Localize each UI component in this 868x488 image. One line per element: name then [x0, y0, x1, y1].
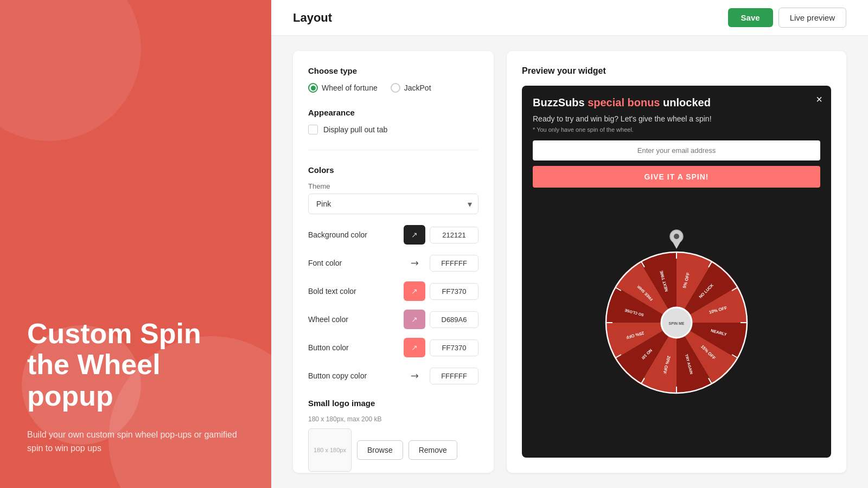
widget-headline-normal: BuzzSubs [533, 97, 588, 108]
widget-email-input[interactable] [533, 140, 820, 160]
theme-label: Theme [308, 182, 478, 190]
wheel-wrapper: 5% OFF NO LUCK 10% OFF NEARLY [533, 198, 820, 447]
radio-label-jackpot: JackPot [404, 84, 431, 92]
radio-label-wheel: Wheel of fortune [322, 84, 378, 92]
background-color-swatch[interactable]: ↗ [404, 225, 425, 245]
left-panel: Custom Spin the Wheel popup Build your o… [0, 0, 271, 488]
preview-panel: Preview your widget × BuzzSubs special b… [507, 51, 846, 473]
eyedropper-icon-bold: ↗ [411, 287, 418, 296]
color-row-button: Button color ↗ [308, 338, 478, 357]
logo-meta: 180 x 180px, max 200 kB [308, 415, 478, 423]
widget-cta-button[interactable]: GIVE IT A SPIN! [533, 166, 820, 188]
live-preview-button[interactable]: Live preview [778, 8, 846, 28]
bold-text-color-input[interactable] [430, 283, 478, 300]
color-row-background: Background color ↗ [308, 225, 478, 245]
button-copy-color-input[interactable] [430, 368, 478, 384]
logo-label: Small logo image [308, 399, 478, 408]
display-pull-out-tab-checkbox[interactable] [308, 125, 318, 134]
color-row-wheel: Wheel color ↗ [308, 310, 478, 329]
svg-point-2 [674, 234, 679, 239]
colors-section: Colors Theme Pink Dark Light Custom ▾ Ba… [308, 165, 478, 386]
radio-dot-wheel [308, 83, 318, 93]
main-content: Choose type Wheel of fortune JackPot App… [271, 36, 868, 488]
radio-wheel-of-fortune[interactable]: Wheel of fortune [308, 83, 378, 93]
wheel-svg: 5% OFF NO LUCK 10% OFF NEARLY [595, 241, 758, 404]
remove-button[interactable]: Remove [409, 440, 457, 460]
save-button[interactable]: Save [728, 8, 773, 27]
widget-headline-highlight: special bonus [588, 97, 660, 108]
widget-note: * You only have one spin of the wheel. [533, 126, 820, 133]
logo-section: Small logo image 180 x 180px, max 200 kB… [308, 399, 478, 472]
button-color-swatch[interactable]: ↗ [404, 338, 425, 357]
widget-container: × BuzzSubs special bonus unlocked Ready … [522, 86, 831, 458]
logo-row: 180 x 180px Browse Remove [308, 428, 478, 472]
wheel-indicator-icon [669, 229, 684, 251]
header-actions: Save Live preview [728, 8, 846, 28]
appearance-label: Appearance [308, 108, 478, 117]
button-color-input[interactable] [430, 339, 478, 356]
button-color-label: Button color [308, 343, 349, 352]
display-pull-out-tab-label: Display pull out tab [323, 125, 387, 134]
button-copy-color-label: Button copy color [308, 371, 367, 380]
theme-select-wrap: Pink Dark Light Custom ▾ [308, 194, 478, 214]
close-icon[interactable]: × [816, 93, 822, 106]
preview-title: Preview your widget [522, 66, 831, 76]
eyedropper-icon-button-copy: ↗ [407, 369, 422, 383]
logo-placeholder: 180 x 180px [308, 428, 352, 472]
svg-marker-1 [672, 240, 681, 249]
svg-text:SPIN ME: SPIN ME [669, 322, 685, 325]
bold-text-color-label: Bold text color [308, 287, 356, 296]
page-title: Layout [293, 11, 332, 25]
browse-button[interactable]: Browse [357, 440, 403, 460]
header: Layout Save Live preview [271, 0, 868, 36]
wheel-color-label: Wheel color [308, 315, 348, 324]
radio-jackpot[interactable]: JackPot [391, 83, 431, 93]
font-color-icon-area[interactable]: ↗ [404, 253, 425, 273]
background-color-input[interactable] [430, 227, 478, 243]
theme-select[interactable]: Pink Dark Light Custom [308, 194, 478, 214]
type-row: Wheel of fortune JackPot [308, 83, 478, 93]
color-row-button-copy: Button copy color ↗ [308, 366, 478, 386]
color-row-font: Font color ↗ [308, 253, 478, 273]
bold-text-color-swatch[interactable]: ↗ [404, 281, 425, 301]
widget-headline: BuzzSubs special bonus unlocked [533, 97, 820, 109]
config-panel: Choose type Wheel of fortune JackPot App… [293, 51, 494, 473]
wheel-svg-container: 5% OFF NO LUCK 10% OFF NEARLY [595, 241, 758, 404]
widget-sub: Ready to try and win big? Let's give the… [533, 114, 820, 123]
left-subtitle: Build your own custom spin wheel pop-ups… [27, 428, 244, 455]
background-color-label: Background color [308, 230, 367, 239]
choose-type-label: Choose type [308, 66, 478, 75]
eyedropper-icon-font: ↗ [407, 256, 422, 270]
pull-out-tab-row: Display pull out tab [308, 125, 478, 134]
widget-headline-end: unlocked [660, 97, 711, 108]
radio-dot-jackpot [391, 83, 400, 93]
right-panel: Layout Save Live preview Choose type Whe… [271, 0, 868, 488]
eyedropper-icon: ↗ [411, 230, 418, 239]
font-color-label: Font color [308, 259, 342, 267]
button-copy-color-icon-area[interactable]: ↗ [404, 366, 425, 386]
colors-label: Colors [308, 165, 478, 175]
eyedropper-icon-wheel: ↗ [411, 315, 418, 324]
eyedropper-icon-button: ↗ [411, 343, 418, 352]
left-title: Custom Spin the Wheel popup [27, 318, 244, 412]
color-row-bold-text: Bold text color ↗ [308, 281, 478, 301]
font-color-input[interactable] [430, 255, 478, 272]
wheel-color-swatch[interactable]: ↗ [404, 310, 425, 329]
wheel-color-input[interactable] [430, 311, 478, 328]
appearance-section: Appearance Display pull out tab [308, 108, 478, 150]
